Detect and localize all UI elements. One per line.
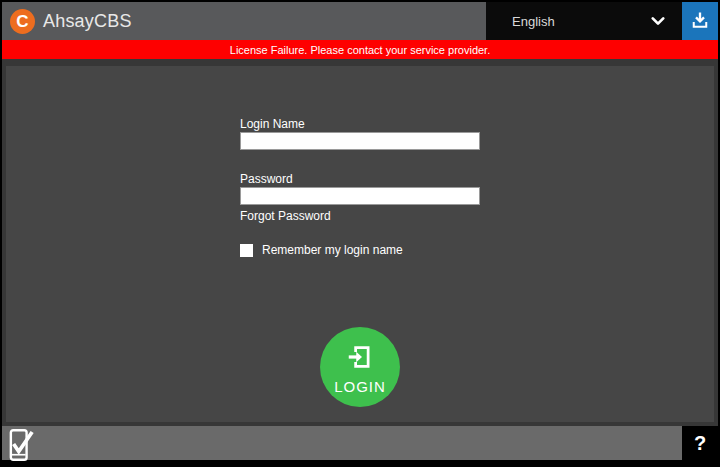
license-error-message: License Failure. Please contact your ser… bbox=[230, 44, 490, 56]
header-controls: English bbox=[486, 2, 718, 40]
app-logo: C AhsayCBS bbox=[2, 9, 132, 34]
password-label: Password bbox=[240, 172, 293, 186]
main-area: Login Name Password Forgot Password Reme… bbox=[2, 59, 718, 426]
language-dropdown[interactable]: English bbox=[486, 2, 682, 40]
header-bar: C AhsayCBS English bbox=[2, 2, 718, 40]
question-mark-icon: ? bbox=[694, 432, 706, 455]
login-screen: C AhsayCBS English bbox=[0, 0, 720, 467]
forgot-password-link[interactable]: Forgot Password bbox=[240, 209, 331, 223]
download-button[interactable] bbox=[682, 2, 718, 40]
remember-login-label: Remember my login name bbox=[262, 243, 403, 257]
login-panel: Login Name Password Forgot Password Reme… bbox=[6, 66, 714, 422]
remember-login-checkbox[interactable] bbox=[240, 244, 253, 257]
help-button[interactable]: ? bbox=[682, 426, 718, 460]
password-input[interactable] bbox=[240, 187, 480, 205]
footer-bar: ? bbox=[2, 426, 718, 460]
page-title: AhsayCBS bbox=[43, 11, 132, 32]
mobile-check-icon[interactable] bbox=[9, 428, 34, 466]
login-button-label: LOGIN bbox=[334, 378, 386, 395]
login-enter-icon bbox=[345, 342, 375, 375]
login-name-label: Login Name bbox=[240, 117, 305, 131]
login-button[interactable]: LOGIN bbox=[320, 327, 400, 407]
license-error-banner: License Failure. Please contact your ser… bbox=[2, 40, 718, 59]
ahsay-logo-icon: C bbox=[10, 9, 35, 34]
login-name-input[interactable] bbox=[240, 132, 480, 150]
remember-login-row: Remember my login name bbox=[240, 243, 403, 257]
language-selected-label: English bbox=[512, 14, 555, 29]
chevron-down-icon bbox=[648, 11, 668, 31]
download-icon bbox=[690, 10, 710, 33]
